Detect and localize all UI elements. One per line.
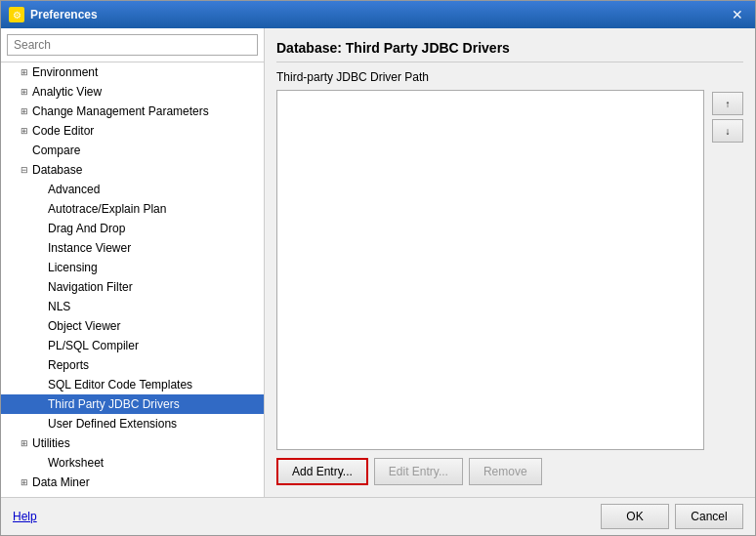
expand-icon: ⊞ <box>17 84 32 100</box>
close-button[interactable]: ✕ <box>728 5 747 24</box>
tree-scroll-area: ⊞ Environment ⊞ Analytic View ⊞ Change M… <box>1 62 264 497</box>
ok-button[interactable]: OK <box>601 504 669 529</box>
search-input[interactable] <box>7 34 258 56</box>
down-arrow-icon: ↓ <box>726 126 731 137</box>
sidebar-item-sql-editor-code-templates[interactable]: · SQL Editor Code Templates <box>1 375 264 394</box>
window-title: Preferences <box>30 8 98 21</box>
sidebar-item-label: Autotrace/Explain Plan <box>48 202 260 216</box>
sidebar-item-label: Reports <box>48 358 260 372</box>
sidebar-item-database[interactable]: ⊟ Database <box>1 160 264 180</box>
sidebar-item-label: Advanced <box>48 183 260 196</box>
right-panel: Database: Third Party JDBC Drivers Third… <box>265 28 755 497</box>
sidebar-item-user-defined-ext[interactable]: · User Defined Extensions <box>1 414 264 433</box>
sidebar-item-label: Object Viewer <box>48 319 260 333</box>
sidebar-item-label: SQL Editor Code Templates <box>48 378 260 392</box>
up-arrow-icon: ↑ <box>726 99 731 109</box>
sidebar-item-label: Change Management Parameters <box>32 104 260 118</box>
title-bar: ⚙ Preferences ✕ <box>1 1 755 28</box>
driver-side-buttons: ↑ ↓ <box>712 90 743 450</box>
sidebar-item-environment[interactable]: ⊞ Environment <box>1 62 264 82</box>
sidebar-item-label: NLS <box>48 300 260 313</box>
move-up-button[interactable]: ↑ <box>712 92 743 115</box>
preferences-window: ⚙ Preferences ✕ ⊞ Environment ⊞ <box>0 0 756 536</box>
sidebar-item-label: Database <box>32 163 260 177</box>
action-buttons: Add Entry... Edit Entry... Remove <box>276 458 743 485</box>
expand-icon: ⊞ <box>17 474 32 490</box>
driver-content: ↑ ↓ <box>276 90 743 450</box>
sidebar-item-label: User Defined Extensions <box>48 417 260 431</box>
driver-path-label: Third-party JDBC Driver Path <box>276 70 743 84</box>
expand-icon: ⊞ <box>17 435 32 451</box>
preferences-icon: ⚙ <box>9 7 24 22</box>
sidebar-item-label: Navigation Filter <box>48 280 260 294</box>
sidebar-item-nls[interactable]: · NLS <box>1 297 264 316</box>
sidebar-item-worksheet[interactable]: · Worksheet <box>1 453 264 473</box>
sidebar-item-instance-viewer[interactable]: · Instance Viewer <box>1 238 264 258</box>
sidebar-item-plsql-compiler[interactable]: · PL/SQL Compiler <box>1 336 264 355</box>
sidebar-item-label: Data Miner <box>32 475 260 489</box>
sidebar-item-analytic-view[interactable]: ⊞ Analytic View <box>1 82 264 102</box>
sidebar-item-third-party-jdbc[interactable]: · Third Party JDBC Drivers <box>1 394 264 414</box>
add-entry-button[interactable]: Add Entry... <box>276 458 368 485</box>
footer: Help OK Cancel <box>1 497 755 535</box>
move-down-button[interactable]: ↓ <box>712 119 743 143</box>
sidebar-item-object-viewer[interactable]: · Object Viewer <box>1 316 264 336</box>
sidebar-item-label: Code Editor <box>32 124 260 138</box>
expand-icon: ⊞ <box>17 64 32 80</box>
sidebar-item-label: Drag And Drop <box>48 222 260 235</box>
sidebar-item-data-miner[interactable]: ⊞ Data Miner <box>1 473 264 492</box>
expand-icon: ⊞ <box>17 103 32 119</box>
sidebar-item-advanced[interactable]: · Advanced <box>1 180 264 199</box>
sidebar-item-label: Licensing <box>48 261 260 274</box>
sidebar-item-label: Worksheet <box>48 456 260 470</box>
sidebar-item-autotrace[interactable]: · Autotrace/Explain Plan <box>1 199 264 219</box>
cancel-button[interactable]: Cancel <box>675 504 743 529</box>
title-bar-left: ⚙ Preferences <box>9 7 98 22</box>
left-panel: ⊞ Environment ⊞ Analytic View ⊞ Change M… <box>1 28 265 497</box>
sidebar-item-change-mgmt[interactable]: ⊞ Change Management Parameters <box>1 102 264 121</box>
bottom-buttons: Add Entry... Edit Entry... Remove <box>276 450 743 485</box>
sidebar-item-navigation-filter[interactable]: · Navigation Filter <box>1 277 264 297</box>
main-body: ⊞ Environment ⊞ Analytic View ⊞ Change M… <box>1 28 755 497</box>
sidebar-item-label: Analytic View <box>32 85 260 99</box>
search-box <box>1 28 264 62</box>
sidebar-item-utilities[interactable]: ⊞ Utilities <box>1 433 264 453</box>
expand-icon: ⊞ <box>17 123 32 139</box>
sidebar-item-code-editor[interactable]: ⊞ Code Editor <box>1 121 264 141</box>
sidebar-item-label: PL/SQL Compiler <box>48 339 260 352</box>
sidebar-item-label: Instance Viewer <box>48 241 260 255</box>
sidebar-item-label: Compare <box>32 144 260 157</box>
sidebar-item-reports[interactable]: · Reports <box>1 355 264 375</box>
help-button[interactable]: Help <box>13 510 37 523</box>
edit-entry-button[interactable]: Edit Entry... <box>374 458 463 485</box>
sidebar-item-label: Third Party JDBC Drivers <box>48 397 260 411</box>
sidebar-item-compare[interactable]: ⊞ Compare <box>1 141 264 160</box>
sidebar-item-drag-drop[interactable]: · Drag And Drop <box>1 219 264 238</box>
sidebar-item-licensing[interactable]: · Licensing <box>1 258 264 277</box>
sidebar-item-label: Utilities <box>32 436 260 450</box>
sidebar-item-label: Environment <box>32 65 260 79</box>
remove-button[interactable]: Remove <box>469 458 542 485</box>
expand-icon: ⊟ <box>17 162 32 178</box>
tree-container: ⊞ Environment ⊞ Analytic View ⊞ Change M… <box>1 62 264 497</box>
panel-title: Database: Third Party JDBC Drivers <box>276 40 743 62</box>
footer-right-buttons: OK Cancel <box>601 504 743 529</box>
driver-list <box>276 90 704 450</box>
